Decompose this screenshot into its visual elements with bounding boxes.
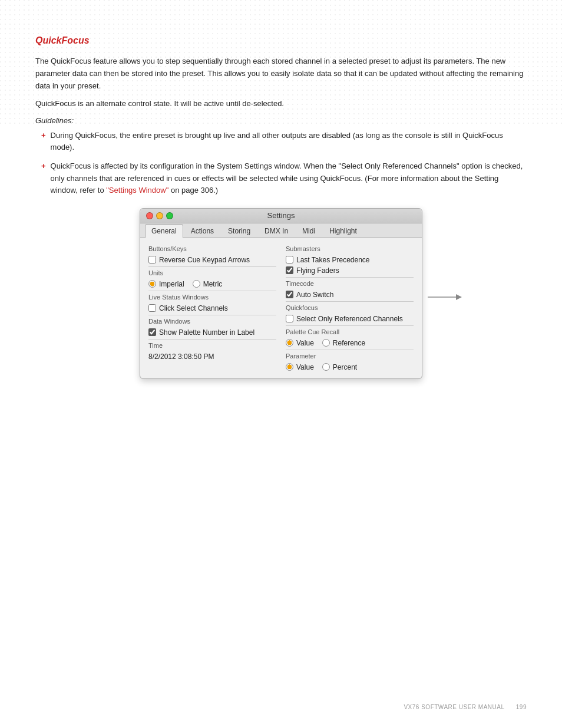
palette-value-radio-item[interactable]: Value [286, 339, 314, 347]
paragraph-1: The QuickFocus feature allows you to ste… [35, 55, 527, 92]
tab-highlight[interactable]: Highlight [323, 224, 363, 238]
parameter-percent-label: Percent [333, 363, 357, 371]
units-section: Units Imperial Metric [148, 269, 276, 288]
svg-marker-3 [456, 294, 462, 300]
close-button[interactable] [146, 212, 153, 219]
tab-storing[interactable]: Storing [222, 224, 257, 238]
window-titlebar: Settings [140, 209, 422, 223]
select-only-referenced-label: Select Only Referenced Channels [296, 315, 403, 323]
page-footer: VX76 SOFTWARE USER MANUAL 199 [404, 704, 527, 710]
auto-switch-row: Auto Switch [286, 291, 414, 299]
data-windows-section: Data Windows Show Palette Number in Labe… [148, 318, 276, 337]
parameter-value-label: Value [296, 363, 314, 371]
maximize-button[interactable] [166, 212, 173, 219]
imperial-radio[interactable] [148, 280, 156, 288]
tab-dmx-in[interactable]: DMX In [258, 224, 295, 238]
tab-general[interactable]: General [145, 224, 183, 238]
parameter-percent-radio[interactable] [322, 363, 330, 371]
metric-radio-item[interactable]: Metric [193, 280, 223, 288]
list-item: + QuickFocus is affected by its configur… [41, 160, 527, 196]
palette-reference-radio[interactable] [322, 339, 330, 347]
click-select-checkbox[interactable] [148, 304, 156, 312]
quickfocus-section: Quickfocus Select Only Referenced Channe… [286, 304, 414, 323]
reverse-cue-checkbox[interactable] [148, 256, 156, 263]
last-takes-checkbox[interactable] [286, 256, 293, 263]
arrow-annotation [428, 291, 463, 303]
footer-page-number: 199 [516, 704, 527, 710]
data-windows-label: Data Windows [148, 318, 276, 325]
select-only-referenced-row: Select Only Referenced Channels [286, 315, 414, 323]
left-column: Buttons/Keys Reverse Cue Keypad Arrows U… [148, 245, 276, 371]
last-takes-label: Last Takes Precedence [296, 256, 370, 264]
palette-reference-label: Reference [333, 339, 365, 347]
units-label: Units [148, 269, 276, 276]
timecode-label: Timecode [286, 280, 414, 287]
time-section: Time 8/2/2012 3:08:50 PM [148, 342, 276, 361]
timecode-section: Timecode Auto Switch [286, 280, 414, 299]
auto-switch-label: Auto Switch [296, 291, 333, 299]
window-title: Settings [267, 211, 295, 220]
tab-midi[interactable]: Midi [296, 224, 322, 238]
time-value: 8/2/2012 3:08:50 PM [148, 353, 276, 361]
paragraph-2: QuickFocus is an alternate control state… [35, 98, 527, 110]
last-takes-row: Last Takes Precedence [286, 256, 414, 264]
settings-window: Settings General Actions Storing DMX In … [140, 208, 422, 379]
quickfocus-label: Quickfocus [286, 304, 414, 311]
reverse-cue-label: Reverse Cue Keypad Arrows [159, 256, 250, 264]
bullet-icon: + [41, 130, 46, 141]
bullet-1-text: During QuickFocus, the entire preset is … [51, 130, 527, 153]
minimize-button[interactable] [156, 212, 163, 219]
parameter-label: Parameter [286, 353, 414, 360]
settings-window-link[interactable]: "Settings Window" [106, 186, 168, 195]
palette-value-label: Value [296, 339, 314, 347]
submasters-section: Submasters Last Takes Precedence Flying … [286, 245, 414, 275]
select-only-referenced-checkbox[interactable] [286, 315, 293, 322]
units-radio-row: Imperial Metric [148, 280, 276, 288]
auto-switch-checkbox[interactable] [286, 291, 293, 298]
parameter-percent-radio-item[interactable]: Percent [322, 363, 357, 371]
metric-label: Metric [203, 280, 223, 288]
parameter-value-radio-item[interactable]: Value [286, 363, 314, 371]
page-title: QuickFocus [35, 35, 527, 46]
bullet-2-text: QuickFocus is affected by its configurat… [51, 160, 527, 196]
reverse-cue-row: Reverse Cue Keypad Arrows [148, 256, 276, 264]
submasters-label: Submasters [286, 245, 414, 252]
show-palette-checkbox[interactable] [148, 328, 156, 336]
guidelines-list: + During QuickFocus, the entire preset i… [35, 130, 527, 196]
live-status-section: Live Status Windows Click Select Channel… [148, 294, 276, 312]
parameter-section: Parameter Value Percent [286, 353, 414, 371]
buttons-keys-label: Buttons/Keys [148, 245, 276, 252]
show-palette-row: Show Palette Number in Label [148, 328, 276, 337]
palette-cue-recall-label: Palette Cue Recall [286, 328, 414, 335]
parameter-radio-row: Value Percent [286, 363, 414, 371]
palette-cue-radio-row: Value Reference [286, 339, 414, 347]
click-select-label: Click Select Channels [159, 304, 228, 312]
flying-faders-row: Flying Faders [286, 266, 414, 275]
metric-radio[interactable] [193, 280, 200, 288]
click-select-channels-row: Click Select Channels [148, 304, 276, 312]
arrow-icon [428, 291, 463, 303]
palette-reference-radio-item[interactable]: Reference [322, 339, 365, 347]
parameter-value-radio[interactable] [286, 363, 293, 371]
flying-faders-checkbox[interactable] [286, 266, 293, 274]
palette-value-radio[interactable] [286, 339, 293, 347]
settings-dialog-container: Settings General Actions Storing DMX In … [35, 208, 527, 379]
window-controls [146, 212, 173, 219]
list-item: + During QuickFocus, the entire preset i… [41, 130, 527, 153]
time-label: Time [148, 342, 276, 349]
buttons-keys-section: Buttons/Keys Reverse Cue Keypad Arrows [148, 245, 276, 264]
imperial-label: Imperial [159, 280, 184, 288]
right-column: Submasters Last Takes Precedence Flying … [286, 245, 414, 371]
imperial-radio-item[interactable]: Imperial [148, 280, 184, 288]
tabs-bar: General Actions Storing DMX In Midi High… [140, 223, 422, 238]
live-status-label: Live Status Windows [148, 294, 276, 301]
guidelines-label: Guidelines: [35, 116, 527, 125]
footer-manual-name: VX76 SOFTWARE USER MANUAL [404, 704, 504, 710]
bullet-icon: + [41, 160, 46, 172]
settings-body: Buttons/Keys Reverse Cue Keypad Arrows U… [140, 238, 422, 378]
palette-cue-recall-section: Palette Cue Recall Value Reference [286, 328, 414, 347]
show-palette-label: Show Palette Number in Label [159, 328, 254, 337]
tab-actions[interactable]: Actions [184, 224, 220, 238]
flying-faders-label: Flying Faders [296, 266, 339, 275]
